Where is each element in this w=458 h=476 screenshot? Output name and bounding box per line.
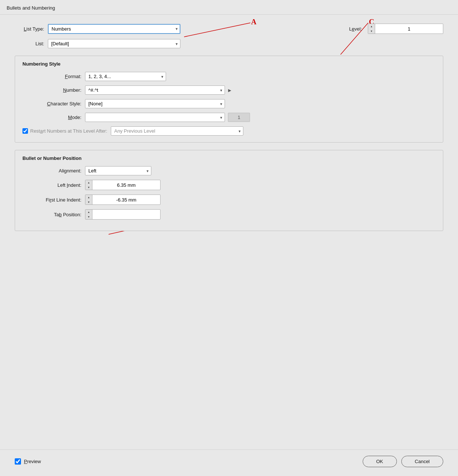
tab-position-label: Tab Position:: [22, 212, 81, 217]
number-select-wrapper: ^#.^t: [85, 85, 225, 95]
preview-checkbox[interactable]: [15, 458, 21, 465]
format-select[interactable]: 1, 2, 3, 4... A, B, C, D... a, b, c, d..…: [85, 72, 166, 81]
format-row: Format: 1, 2, 3, 4... A, B, C, D... a, b…: [22, 72, 436, 81]
mode-select[interactable]: [85, 113, 225, 122]
number-row: Number: ^#.^t ►: [22, 85, 436, 95]
alignment-select-wrapper: Left Center Right: [85, 166, 151, 175]
restart-checkbox-wrapper: [22, 128, 28, 134]
first-line-indent-value[interactable]: [92, 196, 160, 204]
level-spinner: ▲ ▼: [368, 24, 443, 34]
level-group: Level: ▲ ▼: [332, 24, 443, 34]
list-type-select[interactable]: Numbers Bullets None: [48, 24, 180, 34]
preview-label: Preview: [24, 459, 41, 464]
mode-label: Mode:: [22, 115, 81, 120]
restart-checkbox[interactable]: [22, 128, 28, 134]
list-row: List: [Default]: [15, 39, 443, 48]
ok-button[interactable]: OK: [363, 456, 397, 467]
restart-select-wrapper: Any Previous Level Previous Level Only: [111, 126, 243, 136]
format-label: Format:: [22, 74, 81, 79]
bullet-position-title: Bullet or Number Position: [22, 155, 436, 161]
tab-position-spinner: ▲ ▼: [85, 209, 161, 220]
left-indent-row: Left Indent: ▲ ▼: [22, 180, 436, 190]
restart-row: Restart Numbers at This Level After: Any…: [22, 126, 436, 136]
left-indent-value[interactable]: [92, 181, 160, 189]
dialog: A C B D E Bullets and Numbering List Typ…: [0, 0, 458, 476]
left-indent-down-button[interactable]: ▼: [85, 185, 92, 190]
left-indent-up-button[interactable]: ▲: [85, 180, 92, 185]
left-indent-label: Left Indent:: [22, 182, 81, 188]
list-label: List:: [15, 41, 44, 46]
char-style-label: Character Style:: [22, 101, 81, 106]
tab-position-up-button[interactable]: ▲: [85, 210, 92, 214]
level-up-button[interactable]: ▲: [368, 24, 375, 29]
dialog-title: Bullets and Numbering: [7, 5, 55, 11]
list-select-wrapper: [Default]: [48, 39, 180, 48]
level-spinner-buttons: ▲ ▼: [368, 24, 375, 34]
cancel-button[interactable]: Cancel: [401, 456, 443, 467]
first-line-indent-row: First Line Indent: ▲ ▼: [22, 195, 436, 205]
first-line-indent-down-button[interactable]: ▼: [85, 200, 92, 204]
content: List Type: Numbers Bullets None Level: ▲…: [0, 15, 458, 449]
level-down-button[interactable]: ▼: [368, 29, 375, 34]
level-label: Level:: [332, 26, 362, 32]
tab-position-down-button[interactable]: ▼: [85, 214, 92, 219]
button-row: OK Cancel: [363, 456, 443, 467]
restart-select[interactable]: Any Previous Level Previous Level Only: [111, 126, 243, 136]
first-line-indent-spinner: ▲ ▼: [85, 195, 161, 205]
numbering-style-title: Numbering Style: [22, 61, 436, 67]
mode-select-wrapper: [85, 113, 225, 122]
list-select[interactable]: [Default]: [48, 39, 180, 48]
char-style-row: Character Style: [None]: [22, 99, 436, 108]
first-line-indent-spinner-buttons: ▲ ▼: [85, 195, 92, 204]
restart-label: Restart Numbers at This Level After:: [30, 128, 107, 134]
left-indent-spinner: ▲ ▼: [85, 180, 161, 190]
alignment-select[interactable]: Left Center Right: [85, 166, 151, 175]
left-indent-spinner-buttons: ▲ ▼: [85, 180, 92, 190]
alignment-label: Alignment:: [22, 168, 81, 174]
char-style-select[interactable]: [None]: [85, 99, 225, 108]
number-arrow-button[interactable]: ►: [225, 87, 235, 94]
format-select-wrapper: 1, 2, 3, 4... A, B, C, D... a, b, c, d..…: [85, 72, 166, 81]
list-type-select-wrapper: Numbers Bullets None: [48, 24, 180, 34]
first-line-indent-label: First Line Indent:: [22, 197, 81, 203]
footer: Preview OK Cancel: [0, 449, 458, 476]
tab-position-value[interactable]: [92, 211, 160, 218]
mode-row: Mode: 1: [22, 113, 436, 122]
list-type-label: List Type:: [15, 26, 44, 32]
tab-position-spinner-buttons: ▲ ▼: [85, 210, 92, 219]
mode-value: 1: [228, 113, 250, 122]
title-bar: Bullets and Numbering: [0, 0, 458, 15]
alignment-row: Alignment: Left Center Right: [22, 166, 436, 175]
char-style-select-wrapper: [None]: [85, 99, 225, 108]
bullet-position-section: Bullet or Number Position Alignment: Lef…: [15, 150, 443, 231]
level-value[interactable]: [375, 25, 443, 33]
tab-position-row: Tab Position: ▲ ▼: [22, 209, 436, 220]
preview-row: Preview: [15, 458, 41, 465]
number-label: Number:: [22, 87, 81, 93]
first-line-indent-up-button[interactable]: ▲: [85, 195, 92, 200]
numbering-style-section: Numbering Style Format: 1, 2, 3, 4... A,…: [15, 56, 443, 143]
list-type-row: List Type: Numbers Bullets None Level: ▲…: [15, 24, 443, 34]
number-select[interactable]: ^#.^t: [85, 85, 225, 95]
